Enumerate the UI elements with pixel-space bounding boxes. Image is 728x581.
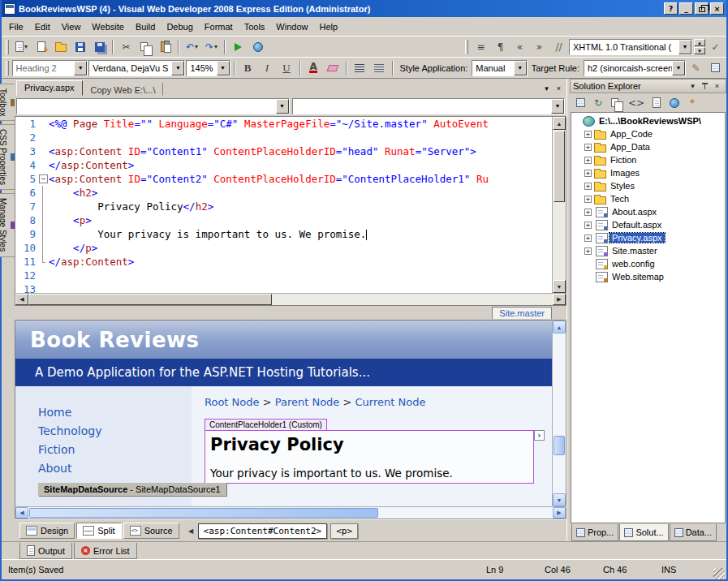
scroll-right-icon[interactable]: ▶ (553, 507, 566, 519)
tag-nav-left-icon[interactable]: ◀ (186, 524, 196, 537)
cut-button[interactable]: ✂ (117, 38, 136, 56)
nav-link-technology[interactable]: Technology (38, 424, 192, 437)
breadcrumb-link-root-node[interactable]: Root Node (205, 396, 260, 408)
menu-format[interactable]: Format (199, 19, 239, 34)
start-debug-button[interactable] (229, 38, 248, 56)
expand-icon[interactable]: + (584, 131, 592, 138)
tree-item-privacy-aspx[interactable]: +Privacy.aspx (571, 231, 725, 244)
view-code-button[interactable]: <> (627, 96, 646, 110)
doctype-combo[interactable]: XHTML 1.0 Transitional ( (569, 39, 692, 55)
tool-window-tab-error-list[interactable]: ✕Error List (74, 543, 137, 559)
highlighting-button[interactable] (324, 59, 342, 77)
expand-icon[interactable]: + (584, 235, 592, 242)
display-formatting-button[interactable]: ¶ (491, 38, 510, 56)
panel-tab-prop[interactable]: Prop... (571, 524, 618, 541)
expand-icon[interactable]: + (584, 209, 592, 216)
event-dropdown[interactable] (292, 98, 566, 114)
bold-button[interactable]: B (239, 59, 257, 77)
paste-button[interactable] (156, 38, 174, 56)
code-line-6[interactable]: 6 <h2> (15, 186, 552, 200)
nav-link-home[interactable]: Home (38, 406, 192, 419)
chevron-down-icon[interactable] (678, 40, 691, 54)
alignment-button[interactable] (351, 59, 369, 77)
tag-navigator-item[interactable]: <asp:Content#Content2> (198, 523, 328, 539)
refresh-button[interactable]: ↻ (591, 96, 605, 110)
redo-button[interactable]: ↷▾ (202, 38, 221, 56)
scrollbar-thumb[interactable] (28, 294, 272, 305)
window-position-button[interactable]: ▾ (687, 80, 699, 92)
tree-item-styles[interactable]: +Styles (571, 179, 725, 192)
master-page-tab[interactable]: Site.master (492, 307, 552, 319)
copy-button[interactable] (136, 38, 155, 56)
chevron-down-icon[interactable] (171, 61, 184, 75)
tree-item-fiction[interactable]: +Fiction (571, 153, 725, 166)
toolbar-grip[interactable] (6, 61, 9, 75)
tree-item-e-bookreviewswsp[interactable]: E:\...\BookReviewsWSP\ (571, 114, 725, 127)
aspnet-configuration-button[interactable]: * (685, 96, 700, 110)
split-view-button[interactable]: Split (76, 523, 121, 539)
expand-icon[interactable]: + (584, 196, 592, 203)
code-vertical-scrollbar[interactable]: ▲ ▼ (552, 117, 566, 293)
object-dropdown[interactable] (16, 98, 290, 114)
help-button[interactable]: ? (664, 2, 678, 15)
font-combo[interactable]: Verdana, DejaVu S (88, 60, 185, 76)
scrollbar-thumb[interactable] (554, 436, 565, 455)
italic-button[interactable]: I (258, 59, 277, 77)
breadcrumb-link-current-node[interactable]: Current Node (355, 396, 426, 408)
menu-build[interactable]: Build (130, 19, 161, 34)
toolbar-grip[interactable] (465, 40, 468, 54)
smart-tag-button[interactable] (534, 430, 545, 441)
code-line-12[interactable]: 12 (15, 269, 552, 282)
tool-window-tab-output[interactable]: Output (19, 543, 72, 559)
design-vertical-scrollbar[interactable]: ▲ ▼ (552, 321, 566, 506)
scroll-down-icon[interactable]: ▼ (553, 493, 566, 506)
menu-debug[interactable]: Debug (161, 19, 198, 34)
spin-down-icon[interactable]: ▼ (694, 47, 705, 54)
resize-grip[interactable] (713, 568, 725, 579)
tree-item-default-aspx[interactable]: +Default.aspx (571, 218, 725, 231)
tree-item-web-config[interactable]: web.config (571, 257, 725, 270)
apply-styles-button[interactable] (706, 59, 725, 77)
expand-icon[interactable]: + (584, 170, 592, 177)
chevron-down-icon[interactable] (217, 61, 230, 75)
scrollbar-track[interactable] (378, 507, 553, 519)
sitemapdatasource-control[interactable]: SiteMapDataSource - SiteMapDataSource1 (38, 483, 226, 496)
solution-tree[interactable]: E:\...\BookReviewsWSP\+App_Code+App_Data… (571, 112, 726, 523)
chevron-down-icon[interactable] (672, 61, 685, 75)
source-view-button[interactable]: Source (123, 523, 179, 539)
style-application-combo[interactable]: Manual (472, 60, 527, 76)
bullet-list-button[interactable] (370, 59, 389, 77)
page-heading[interactable]: Privacy Policy (210, 435, 533, 454)
view-designer-button[interactable] (649, 96, 664, 110)
scroll-up-icon[interactable]: ▲ (553, 321, 566, 334)
menu-edit[interactable]: Edit (29, 19, 56, 34)
scroll-left-icon[interactable]: ◀ (15, 294, 28, 305)
menu-tools[interactable]: Tools (239, 19, 271, 34)
add-item-button[interactable] (32, 38, 50, 56)
properties-button[interactable] (573, 96, 588, 110)
tree-item-app-code[interactable]: +App_Code (571, 127, 725, 140)
design-view-button[interactable]: Design (19, 523, 75, 539)
copy-website-button[interactable] (667, 96, 682, 110)
menu-view[interactable]: View (56, 19, 87, 34)
menu-window[interactable]: Window (270, 19, 313, 34)
design-view[interactable]: Book Reviews A Demo Application for the … (15, 321, 552, 506)
panel-tab-solut[interactable]: Solut... (619, 524, 668, 541)
chevron-down-icon[interactable] (276, 99, 289, 114)
expand-icon[interactable]: + (584, 222, 592, 229)
close-button[interactable]: × (710, 2, 724, 15)
chevron-down-icon[interactable] (74, 61, 87, 75)
spin-up-icon[interactable]: ▲ (694, 39, 705, 46)
code-horizontal-scrollbar[interactable]: ◀ ▶ (15, 293, 566, 306)
contentplaceholder-region[interactable]: Privacy Policy Your privacy is important… (205, 430, 534, 484)
menu-help[interactable]: Help (313, 19, 343, 34)
minimize-button[interactable]: _ (679, 2, 693, 15)
close-document-button[interactable]: × (553, 83, 565, 94)
close-panel-button[interactable]: × (711, 80, 723, 92)
block-format-combo[interactable]: Heading 2 (12, 60, 88, 76)
scrollbar-track[interactable] (553, 455, 566, 493)
contentplaceholder-label[interactable]: ContentPlaceHolder1 (Custom) (205, 419, 327, 430)
new-file-button[interactable]: ▾ (12, 38, 31, 56)
outdent-button[interactable]: « (510, 38, 529, 56)
panel-tab-data[interactable]: Data... (670, 524, 717, 541)
